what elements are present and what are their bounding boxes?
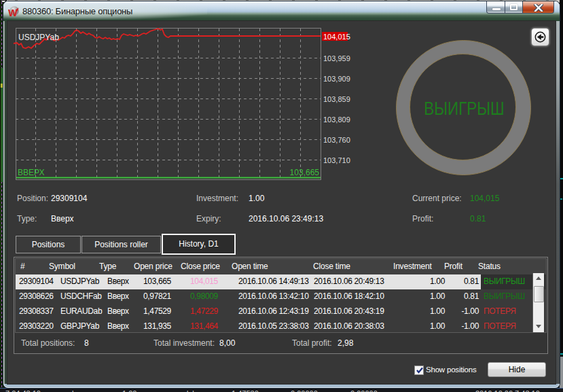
svg-text:103,809: 103,809 [323, 115, 350, 124]
svg-text:ВВЕРХ: ВВЕРХ [18, 168, 44, 177]
svg-text:W: W [8, 7, 18, 18]
svg-text:103,859: 103,859 [323, 95, 350, 103]
svg-text:104,015: 104,015 [323, 33, 350, 41]
svg-text:103,665: 103,665 [290, 168, 320, 177]
svg-text:103,710: 103,710 [323, 156, 350, 164]
svg-text:103,959: 103,959 [323, 54, 350, 63]
svg-text:USDJPYab: USDJPYab [18, 33, 59, 42]
svg-text:103,909: 103,909 [323, 75, 350, 83]
svg-text:103,760: 103,760 [323, 136, 350, 144]
